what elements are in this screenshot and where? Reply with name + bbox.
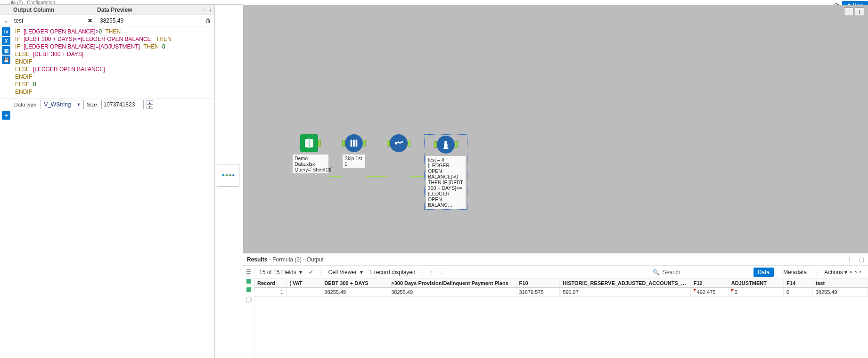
tab-data[interactable]: Data xyxy=(753,268,774,277)
side-help-icon[interactable]: ◯ xyxy=(246,296,252,302)
tool-annotation: Demo Data.xlsx Query=`Sheet1$` xyxy=(292,154,329,174)
column-header[interactable]: F10 xyxy=(516,279,560,288)
clear-name-icon[interactable]: ✖ xyxy=(88,17,97,24)
output-column-name[interactable]: test xyxy=(12,17,88,24)
results-grid[interactable]: Record( VATDEBT 300 + DAYS>300 Days Prov… xyxy=(254,279,868,297)
config-panel-title: …ula (2) - Configuration xyxy=(0,0,243,5)
add-expression-button[interactable]: + xyxy=(2,111,10,120)
tool-annotation: Skip 1st 1 xyxy=(342,154,366,168)
chevron-down-icon: ▼ xyxy=(76,102,81,107)
data-type-label: Data type: xyxy=(14,102,38,107)
col-header-output[interactable]: Output Column xyxy=(0,7,94,13)
expand-row-toggle[interactable]: ⌄ xyxy=(0,17,12,24)
cell-viewer-dropdown[interactable]: Cell Viewer ▾ xyxy=(328,269,363,276)
popout-icon[interactable]: ▢ xyxy=(859,256,864,263)
data-preview-value: 38255.49 xyxy=(97,17,202,24)
column-header[interactable]: F12 xyxy=(690,279,728,288)
size-input[interactable]: 1073741823 xyxy=(101,100,144,109)
output-port[interactable] xyxy=(363,140,366,146)
results-panel: Results - Formula (2) - Output ⋮ ▢ ☰ ◯ 1… xyxy=(243,253,868,358)
workflow-canvas[interactable]: − + Demo Data.xlsx Query=`Sheet1$` xyxy=(243,5,868,253)
column-header[interactable]: ADJUSTMENT xyxy=(728,279,783,288)
zoom-out-button[interactable]: − xyxy=(844,8,853,16)
column-header[interactable]: HISTORIC_RESERVE_ADJUSTED_ACCOUNTS_RE… xyxy=(560,279,691,288)
column-header[interactable]: >300 Days Provision/Delinquent Payment P… xyxy=(388,279,516,288)
search-input[interactable] xyxy=(663,269,733,276)
column-header[interactable]: test xyxy=(812,279,868,288)
svg-point-10 xyxy=(444,141,447,144)
columns-button[interactable]: ▥ xyxy=(2,46,10,55)
svg-rect-7 xyxy=(356,140,358,147)
delete-row-icon[interactable]: 🗑 xyxy=(202,17,214,24)
svg-rect-5 xyxy=(351,140,352,147)
svg-point-3 xyxy=(232,174,234,176)
svg-point-8 xyxy=(395,142,398,145)
col-header-preview[interactable]: Data Preview xyxy=(94,7,199,13)
output-port[interactable] xyxy=(455,141,458,148)
fx-button[interactable]: fx xyxy=(2,27,10,36)
canvas-overview-thumbnail[interactable] xyxy=(217,164,239,187)
column-header[interactable]: F14 xyxy=(784,279,813,288)
size-decrement[interactable]: ▼ xyxy=(147,105,153,109)
fields-dropdown[interactable]: 15 of 15 Fields ▾ xyxy=(259,269,302,276)
records-displayed: 1 record displayed xyxy=(369,269,416,276)
tool-annotation: test = IF [LEDGER OPEN BALANCE]>0 THEN I… xyxy=(426,155,466,209)
size-label: Size: xyxy=(87,102,98,107)
table-row[interactable]: 138255.4938255.4931879.575590.97492.4750… xyxy=(254,288,868,297)
zoom-in-button[interactable]: + xyxy=(855,8,864,16)
results-title: Results - Formula (2) - Output xyxy=(247,256,324,263)
tool-input-data[interactable]: Demo Data.xlsx Query=`Sheet1$` xyxy=(292,134,329,174)
configuration-panel: Output Column Data Preview − ＋ ⌄ test ✖ … xyxy=(0,5,215,358)
side-marker-green2[interactable] xyxy=(246,287,251,292)
output-port[interactable] xyxy=(318,140,321,146)
side-list-icon[interactable]: ☰ xyxy=(246,268,251,275)
expression-editor[interactable]: IF [LEDGER OPEN BALANCE]>0 THEN IF [DEBT… xyxy=(12,26,214,98)
svg-rect-11 xyxy=(443,148,449,149)
column-header[interactable]: DEBT 300 + DAYS xyxy=(321,279,388,288)
expand-button[interactable]: ＋ xyxy=(207,6,214,14)
save-button[interactable]: 💾 xyxy=(2,56,10,64)
tool-select[interactable]: Skip 1st 1 xyxy=(342,134,366,168)
output-port[interactable] xyxy=(408,140,410,146)
size-increment[interactable]: ▲ xyxy=(147,100,153,105)
x-button[interactable]: X xyxy=(2,37,10,45)
select-tool-icon xyxy=(345,134,363,152)
overflow-icon[interactable]: ∘∘∘ xyxy=(849,269,863,276)
fields-check-icon[interactable]: ✔ xyxy=(309,269,313,276)
column-header[interactable]: Record xyxy=(254,279,287,288)
messages-icon[interactable]: ⋮ xyxy=(847,256,852,263)
column-header[interactable]: ( VAT xyxy=(287,279,321,288)
data-type-select[interactable]: V_WString ▼ xyxy=(41,100,84,109)
input-data-icon xyxy=(300,134,318,152)
sort-desc-icon[interactable]: ↓ xyxy=(440,269,442,276)
actions-dropdown[interactable]: Actions ▾ xyxy=(824,269,847,276)
tool-data-cleansing[interactable] xyxy=(387,134,410,152)
size-value: 1073741823 xyxy=(104,101,135,108)
svg-point-9 xyxy=(401,141,403,143)
collapse-button[interactable]: − xyxy=(199,7,207,13)
data-type-value: V_WString xyxy=(44,101,71,108)
svg-rect-6 xyxy=(353,140,355,147)
sort-asc-icon[interactable]: ↑ xyxy=(430,269,433,276)
formula-tool-icon xyxy=(437,136,455,154)
cleanse-tool-icon xyxy=(390,134,408,152)
search-icon: 🔍 xyxy=(653,269,660,276)
tab-metadata[interactable]: Metadata xyxy=(780,268,810,277)
side-marker-green[interactable] xyxy=(246,279,251,284)
tool-formula-selected[interactable]: test = IF [LEDGER OPEN BALANCE]>0 THEN I… xyxy=(424,134,467,210)
svg-rect-0 xyxy=(222,174,224,176)
